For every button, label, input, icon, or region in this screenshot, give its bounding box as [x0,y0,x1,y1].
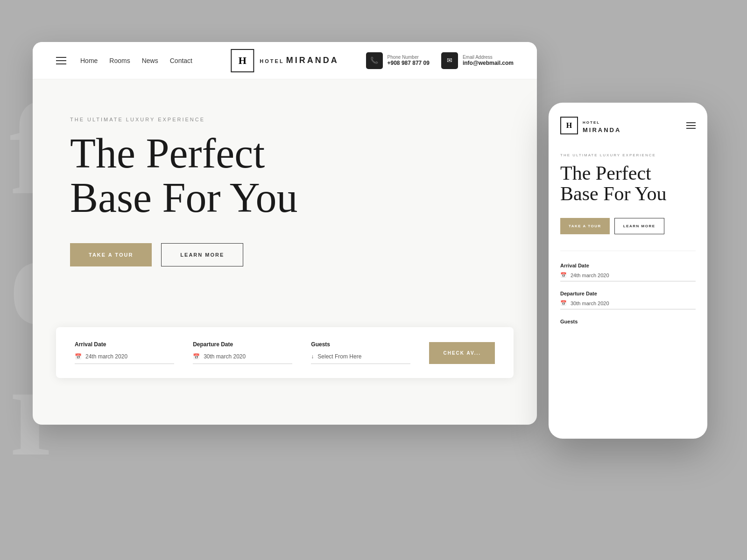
nav-home[interactable]: Home [80,57,98,64]
mobile-hero-title: The Perfect Base For You [560,163,696,204]
mobile-hero-subtitle: THE ULTIMATE LUXURY EXPERIENCE [560,153,696,157]
arrival-field: Arrival Date 📅 24th march 2020 [75,341,174,364]
guests-label: Guests [311,341,410,348]
mobile-logo-miranda: MIRANDA [583,126,621,133]
mobile-calendar-icon: 📅 [560,272,567,278]
hero-subtitle: THE ULTIMATE LUXURY EXPERIENCE [70,117,500,122]
arrival-label: Arrival Date [75,341,174,348]
hero-title-line2: Base For You [70,175,298,221]
phone-info: Phone Number +908 987 877 09 [388,55,430,66]
header-left: Home Rooms News Contact [56,56,192,65]
mobile-departure-value: 30th march 2020 [571,301,609,306]
desktop-header: Home Rooms News Contact H HOTEL MIRANDA … [33,42,537,79]
desktop-nav: Home Rooms News Contact [80,56,192,65]
booking-bar: Arrival Date 📅 24th march 2020 Departure… [56,327,514,378]
calendar-icon: 📅 [75,353,82,360]
departure-field: Departure Date 📅 30th march 2020 [193,341,292,364]
hero-title-line1: The Perfect [70,130,265,176]
logo-hotel: HOTEL [260,58,284,64]
departure-value: 30th march 2020 [204,353,246,360]
nav-rooms[interactable]: Rooms [109,57,130,64]
guests-input[interactable]: ↓ Select From Here [311,353,410,364]
hero-buttons: TAKE A TOUR LEARN MORE [70,243,500,266]
check-availability-button[interactable]: CHECK AV... [429,342,495,364]
email-icon: ✉ [441,52,458,69]
mobile-logo-text: HOTEL MIRANDA [583,117,621,134]
email-contact: ✉ Email Address info@webmail.com [441,52,514,69]
mobile-departure-input[interactable]: 📅 30th march 2020 [560,300,696,309]
logo-text: HOTEL MIRANDA [260,56,338,65]
mobile-arrival-field: Arrival Date 📅 24th march 2020 [560,263,696,281]
chevron-down-icon: ↓ [311,353,314,360]
email-value: info@webmail.com [463,60,514,66]
mobile-departure-field: Departure Date 📅 30th march 2020 [560,291,696,309]
phone-icon: 📞 [366,52,383,69]
desktop-logo: H HOTEL MIRANDA [231,49,338,72]
mobile-divider [560,251,696,251]
logo-miranda: MIRANDA [286,56,339,65]
mobile-hamburger-icon[interactable] [686,122,696,129]
mobile-arrival-value: 24th march 2020 [571,273,609,278]
mobile-arrival-input[interactable]: 📅 24th march 2020 [560,272,696,281]
mobile-learn-more-button[interactable]: LEARN MORE [614,218,664,234]
phone-value: +908 987 877 09 [388,60,430,66]
header-right: 📞 Phone Number +908 987 877 09 ✉ Email A… [366,52,514,69]
guests-placeholder: Select From Here [317,353,361,360]
learn-more-button[interactable]: LEARN MORE [161,243,243,266]
mobile-guests-label: Guests [560,319,696,324]
phone-label: Phone Number [388,55,430,60]
mobile-logo-h-box: H [560,117,578,134]
mobile-take-tour-button[interactable]: TAKE A TOUR [560,218,610,234]
departure-input[interactable]: 📅 30th march 2020 [193,353,292,364]
hamburger-icon[interactable] [56,57,66,64]
email-info: Email Address info@webmail.com [463,55,514,66]
arrival-value: 24th march 2020 [85,353,127,360]
desktop-hero: THE ULTIMATE LUXURY EXPERIENCE The Perfe… [33,79,537,327]
hero-title: The Perfect Base For You [70,132,500,220]
departure-label: Departure Date [193,341,292,348]
mobile-hero-line2: Base For You [560,183,667,204]
nav-news[interactable]: News [142,57,158,64]
calendar-icon-2: 📅 [193,353,200,360]
email-label: Email Address [463,55,514,60]
mobile-header: H HOTEL MIRANDA [560,117,696,134]
guests-field: Guests ↓ Select From Here [311,341,410,364]
mobile-hero-line1: The Perfect [560,162,651,184]
logo-h-box: H [231,49,254,72]
mobile-mockup: H HOTEL MIRANDA THE ULTIMATE LUXURY EXPE… [549,103,707,439]
mobile-calendar-icon-2: 📅 [560,300,567,306]
arrival-input[interactable]: 📅 24th march 2020 [75,353,174,364]
mobile-buttons: TAKE A TOUR LEARN MORE [560,218,696,234]
mobile-logo: H HOTEL MIRANDA [560,117,621,134]
mobile-arrival-label: Arrival Date [560,263,696,268]
take-a-tour-button[interactable]: TAKE A TOUR [70,243,152,266]
mobile-departure-label: Departure Date [560,291,696,296]
nav-contact[interactable]: Contact [170,57,192,64]
phone-contact: 📞 Phone Number +908 987 877 09 [366,52,430,69]
mobile-logo-hotel: HOTEL [583,120,600,125]
desktop-mockup: Home Rooms News Contact H HOTEL MIRANDA … [33,42,537,425]
